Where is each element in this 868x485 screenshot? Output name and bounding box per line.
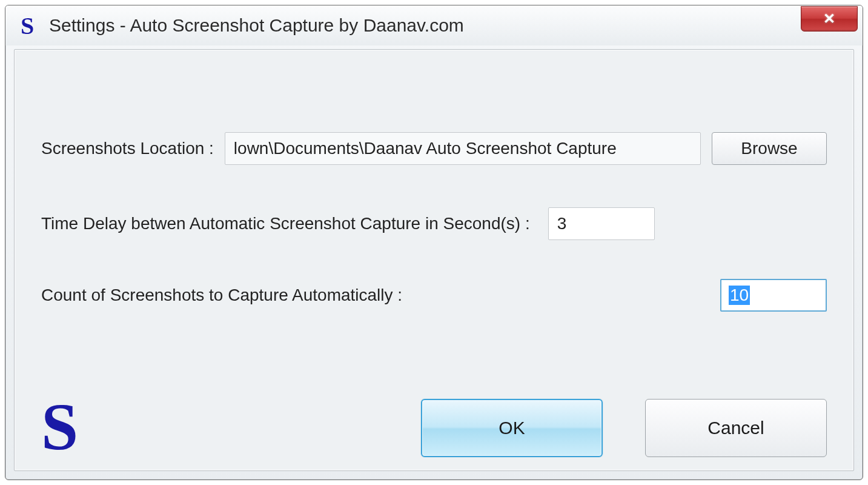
count-input[interactable]: 10	[720, 279, 827, 312]
delay-row: Time Delay betwen Automatic Screenshot C…	[41, 207, 827, 240]
title-bar: S Settings - Auto Screenshot Capture by …	[5, 5, 863, 45]
cancel-button[interactable]: Cancel	[645, 399, 827, 457]
ok-button[interactable]: OK	[421, 399, 603, 457]
app-s-icon: S	[14, 12, 41, 39]
dialog-body: Screenshots Location : Browse Time Delay…	[14, 49, 854, 471]
count-value-selected: 10	[729, 286, 750, 305]
browse-button[interactable]: Browse	[712, 132, 827, 165]
delay-input[interactable]	[548, 207, 655, 240]
dialog-footer: S OK Cancel	[41, 397, 827, 457]
location-input[interactable]	[225, 132, 701, 165]
location-label: Screenshots Location :	[41, 139, 214, 158]
close-button[interactable]: ✕	[801, 6, 858, 32]
count-label: Count of Screenshots to Capture Automati…	[41, 286, 402, 305]
window-title: Settings - Auto Screenshot Capture by Da…	[49, 15, 801, 36]
close-icon: ✕	[823, 10, 835, 27]
location-row: Screenshots Location : Browse	[41, 132, 827, 165]
count-row: Count of Screenshots to Capture Automati…	[41, 279, 827, 312]
settings-window: S Settings - Auto Screenshot Capture by …	[5, 5, 863, 480]
delay-label: Time Delay betwen Automatic Screenshot C…	[41, 214, 530, 233]
logo-s-icon: S	[41, 397, 78, 457]
